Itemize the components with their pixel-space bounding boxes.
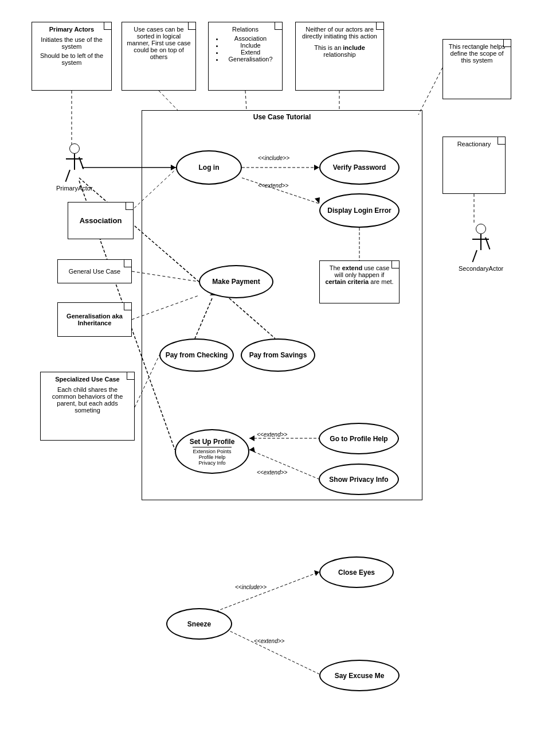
note-rectangle: This rectangle helps define the scope of…: [442, 39, 511, 99]
note-general-use-case: General Use Case: [57, 259, 132, 283]
note-use-cases-text: Use cases can be sorted in logical manne…: [127, 26, 191, 60]
uc-set-up-profile-label: Set Up Profile: [190, 438, 235, 446]
uc-say-excuse-me-label: Say Excuse Me: [335, 672, 385, 680]
secondary-actor-head: [476, 224, 486, 234]
svg-line-2: [245, 91, 246, 110]
uc-display-login-error: Display Login Error: [319, 193, 400, 228]
uc-pay-from-savings-label: Pay from Savings: [249, 351, 307, 359]
secondary-actor-figure: [476, 224, 486, 263]
uc-sneeze: Sneeze: [166, 608, 232, 640]
note-primary-actors-title: Primary Actors: [37, 26, 107, 33]
note-neither-text: Neither of our actors are directly initi…: [300, 26, 379, 40]
primary-actor-legs: [69, 170, 79, 182]
uc-go-to-profile-help: Go to Profile Help: [319, 423, 399, 454]
primary-actor-body: [74, 154, 75, 170]
note-rectangle-text: This rectangle helps define the scope of…: [448, 43, 506, 64]
ext-points-title: Extension Points: [193, 449, 231, 454]
svg-line-27: [218, 625, 319, 674]
secondary-actor-leg-left: [472, 250, 477, 262]
primary-actor-head: [69, 143, 80, 154]
note-relations-list: Association Include Extend Generalisatio…: [213, 35, 277, 63]
uc-login: Log in: [176, 150, 242, 185]
note-reactionary: Reactionary: [442, 137, 506, 194]
svg-marker-26: [314, 570, 319, 576]
note-specialized-text: Each child shares the common behaviors o…: [45, 386, 130, 414]
arrow-label-extend4: <<extend>>: [254, 638, 284, 644]
uc-close-eyes: Close Eyes: [319, 556, 394, 588]
secondary-actor-body: [480, 234, 481, 250]
arrow-label-extend2: <<extend>>: [257, 431, 287, 438]
uc-pay-from-checking-label: Pay from Checking: [166, 351, 228, 359]
ext-points-profile-help: Profile Help: [193, 454, 231, 460]
note-generalisation-text: Generalisation aka Inheritance: [62, 313, 127, 326]
uc-pay-from-checking: Pay from Checking: [159, 338, 234, 372]
note-general-use-case-text: General Use Case: [69, 268, 121, 275]
uc-login-label: Log in: [199, 163, 220, 172]
note-use-cases: Use cases can be sorted in logical manne…: [122, 22, 196, 91]
primary-actor: PrimaryActor: [56, 143, 93, 192]
system-boundary-label: Use Case Tutorial: [253, 113, 311, 121]
uc-display-login-error-label: Display Login Error: [327, 207, 391, 215]
note-primary-actors-line1: Initiates the use of the system: [37, 36, 107, 50]
note-relations: Relations Association Include Extend Gen…: [208, 22, 283, 91]
note-relations-item-2: Include: [224, 42, 277, 49]
primary-actor-label: PrimaryActor: [56, 185, 93, 192]
note-relations-item-4: Generalisation?: [224, 56, 277, 63]
note-specialized: Specialized Use Case Each child shares t…: [40, 372, 135, 441]
note-primary-actors-line2: Should be to left of the system: [37, 52, 107, 66]
note-neither-include: This is an include relationship: [300, 44, 379, 58]
uc-sneeze-label: Sneeze: [187, 620, 211, 628]
secondary-actor: SecondaryActor: [459, 224, 503, 272]
secondary-actor-label: SecondaryActor: [459, 265, 503, 272]
uc-pay-from-savings: Pay from Savings: [241, 338, 315, 372]
note-association-text: Association: [80, 216, 122, 225]
arrow-label-extend3: <<extend>>: [257, 469, 287, 476]
note-relations-item-3: Extend: [224, 49, 277, 56]
arrow-label-include2: <<include>>: [235, 584, 267, 590]
svg-line-1: [159, 91, 178, 110]
uc-go-to-profile-help-label: Go to Profile Help: [330, 435, 387, 443]
note-specialized-title: Specialized Use Case: [45, 376, 130, 383]
uc-set-up-profile-ext-points: Extension Points Profile Help Privacy In…: [193, 447, 231, 466]
diagram-container: Primary Actors Initiates the use of the …: [0, 0, 560, 732]
note-relations-item-1: Association: [224, 35, 277, 42]
uc-set-up-profile: Set Up Profile Extension Points Profile …: [175, 429, 249, 474]
ext-points-privacy-info: Privacy Info: [193, 460, 231, 466]
svg-line-4: [418, 68, 442, 115]
uc-close-eyes-label: Close Eyes: [338, 569, 375, 577]
uc-say-excuse-me: Say Excuse Me: [319, 660, 400, 691]
uc-verify-password: Verify Password: [319, 150, 400, 185]
note-association: Association: [68, 202, 134, 239]
uc-show-privacy-info: Show Privacy Info: [319, 464, 399, 495]
note-neither: Neither of our actors are directly initi…: [295, 22, 384, 91]
note-primary-actors: Primary Actors Initiates the use of the …: [32, 22, 112, 91]
note-relations-title: Relations: [213, 26, 277, 33]
uc-verify-password-label: Verify Password: [333, 163, 386, 172]
uc-make-payment-label: Make Payment: [212, 278, 260, 286]
primary-actor-figure: [69, 143, 80, 182]
note-reactionary-text: Reactionary: [448, 141, 500, 147]
uc-show-privacy-info-label: Show Privacy Info: [329, 476, 388, 484]
arrow-label-extend1: <<extend>>: [258, 182, 288, 189]
note-generalisation: Generalisation aka Inheritance: [57, 302, 132, 337]
arrow-label-include1: <<include>>: [258, 155, 289, 161]
secondary-actor-legs: [476, 250, 486, 263]
primary-actor-leg-left: [65, 170, 71, 182]
uc-make-payment: Make Payment: [199, 265, 273, 298]
